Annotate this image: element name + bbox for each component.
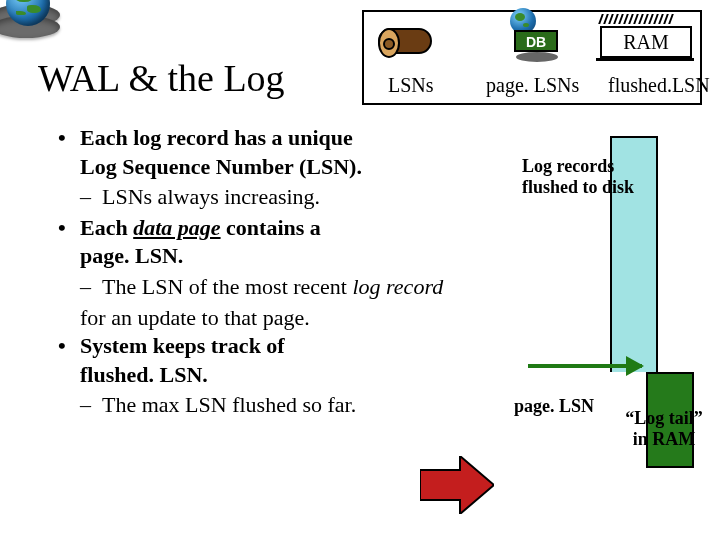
slide: WAL & the Log DB RAM LSNs page. LSNs flu… xyxy=(0,0,720,540)
legend-label-lsns: LSNs xyxy=(388,74,434,97)
legend-label-flushedlsn: flushed.LSN xyxy=(608,74,710,97)
annotation-logtail: “Log tail” in RAM xyxy=(614,408,714,450)
slide-title: WAL & the Log xyxy=(38,56,285,100)
ram-box: RAM xyxy=(600,26,692,58)
legend-box: DB RAM LSNs page. LSNs flushed.LSN xyxy=(362,10,702,105)
log-icon xyxy=(378,28,432,54)
bullet-text: Each log record has a unique xyxy=(80,125,353,150)
annotation-text: “Log tail” xyxy=(625,408,703,428)
bullet-text: page. LSN. xyxy=(80,243,183,268)
annotation-log-flushed: Log records flushed to disk xyxy=(522,156,672,198)
bullet-text: The max LSN flushed so far. xyxy=(102,392,356,417)
bullet-list: Each log record has a unique Log Sequenc… xyxy=(58,124,498,422)
bullet-text: log record xyxy=(353,274,444,299)
svg-marker-0 xyxy=(420,456,494,514)
arrow-right-icon xyxy=(528,364,642,368)
bullet-text: for an update to that page. xyxy=(80,305,310,330)
bullet-text: Log Sequence Number (LSN). xyxy=(80,154,362,179)
db-box: DB xyxy=(514,30,558,52)
bullet-text: System keeps track of xyxy=(80,333,285,358)
bullet-text: The LSN of the most recent xyxy=(102,274,353,299)
annotation-text: in RAM xyxy=(633,429,696,449)
legend-label-pagelsns: page. LSNs xyxy=(486,74,579,97)
annotation-text: Log records xyxy=(522,156,614,176)
disk-icon xyxy=(516,52,558,62)
annotation-text: flushed to disk xyxy=(522,177,634,197)
bullet-text: data page xyxy=(133,215,220,240)
bullet-text: flushed. LSN. xyxy=(80,362,208,387)
ram-hatch-icon xyxy=(600,10,692,18)
bullet-text: LSNs always increasing. xyxy=(102,184,320,209)
bullet-text: Each xyxy=(80,215,133,240)
ram-floor xyxy=(596,58,694,61)
annotation-pagelsn: page. LSN xyxy=(514,396,594,417)
bullet-text: contains a xyxy=(221,215,321,240)
